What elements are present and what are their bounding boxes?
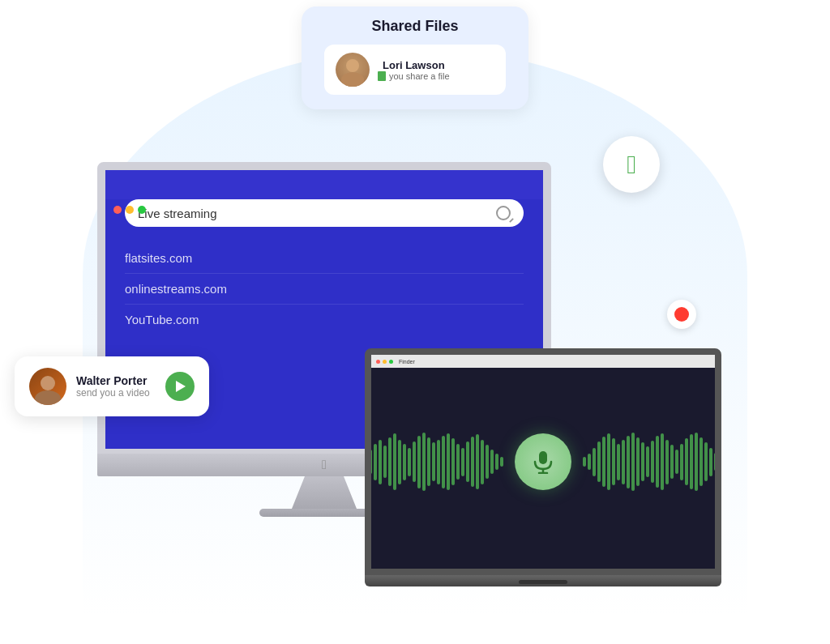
wave-bar: [476, 434, 479, 489]
wave-bar: [500, 457, 503, 467]
wave-bar: [704, 442, 708, 481]
wave-bar: [675, 450, 678, 474]
wave-bar: [622, 440, 625, 484]
search-icon: [496, 206, 511, 220]
lori-notification[interactable]: Lori Lawson you share a file: [324, 45, 506, 95]
wave-bar: [365, 454, 367, 469]
apple-logo-icon: : [627, 150, 636, 180]
wave-bar: [641, 442, 644, 481]
wave-bar: [486, 445, 489, 479]
finder-minimize[interactable]: [383, 360, 387, 364]
wave-bar: [432, 442, 435, 481]
wave-bar: [456, 444, 460, 480]
wave-bar: [627, 436, 630, 488]
lori-avatar: [336, 53, 370, 87]
wave-bar: [602, 437, 605, 487]
wave-bar: [661, 433, 664, 490]
walter-avatar: [29, 368, 66, 405]
walter-text: Walter Porter send you a video: [76, 374, 150, 399]
laptop-computer: Finder: [365, 348, 721, 586]
wave-bar: [680, 444, 683, 480]
wave-bar: [490, 450, 494, 474]
browser-search-bar[interactable]: Live streaming: [125, 199, 524, 227]
record-button[interactable]: [667, 300, 696, 329]
search-result-3[interactable]: YouTube.com: [125, 305, 524, 335]
wave-bar: [383, 446, 387, 478]
wave-bar: [670, 445, 674, 479]
wave-bar: [374, 444, 377, 480]
shared-files-card: Shared Files Lori Lawson you share a fil…: [302, 6, 528, 109]
lori-name: Lori Lawson: [378, 59, 450, 71]
wave-bar: [408, 448, 411, 476]
play-icon: [176, 381, 186, 392]
shared-files-title: Shared Files: [324, 18, 506, 35]
search-result-1[interactable]: flatsites.com: [125, 243, 524, 274]
minimize-dot[interactable]: [126, 206, 134, 214]
wave-bar: [369, 450, 372, 474]
laptop-screen: Finder: [365, 348, 721, 575]
finder-close[interactable]: [376, 360, 380, 364]
wave-bar: [597, 441, 601, 482]
waveform-container: [365, 429, 721, 494]
finder-maximize[interactable]: [389, 360, 393, 364]
wave-bar: [651, 441, 654, 483]
wave-bar: [719, 456, 721, 468]
wave-bar: [403, 444, 406, 480]
close-dot[interactable]: [113, 206, 122, 214]
wave-bar: [714, 453, 717, 471]
wave-bar: [593, 448, 596, 476]
laptop-notch: [519, 580, 567, 584]
wave-bar: [417, 436, 421, 488]
wave-bar: [427, 437, 430, 486]
wave-bar: [665, 440, 669, 484]
mic-icon: [531, 450, 555, 474]
apple-chin-icon: : [322, 458, 327, 472]
wave-bar: [379, 440, 382, 484]
wave-bar: [398, 440, 401, 484]
maximize-dot[interactable]: [138, 206, 146, 214]
lori-action: you share a file: [378, 71, 450, 81]
wave-bar: [471, 437, 474, 487]
wave-bar: [612, 438, 615, 485]
wave-bar: [646, 446, 649, 477]
svg-rect-0: [539, 451, 547, 464]
wave-bar: [685, 438, 688, 485]
walter-name: Walter Porter: [76, 374, 150, 387]
wave-bar: [461, 448, 464, 476]
wave-bar: [695, 433, 698, 491]
wave-bar: [442, 436, 445, 488]
apple-badge: : [603, 136, 660, 193]
wave-bar: [466, 441, 469, 482]
wave-bar: [709, 448, 712, 476]
search-result-2[interactable]: onlinestreams.com: [125, 274, 524, 305]
mic-button[interactable]: [515, 433, 571, 490]
laptop-base: [365, 575, 721, 586]
wave-bar: [583, 457, 586, 467]
lori-notif-text: Lori Lawson you share a file: [378, 59, 450, 81]
record-dot-icon: [674, 307, 689, 322]
wave-bar: [700, 437, 703, 486]
wave-bar: [437, 440, 440, 484]
wave-bar: [393, 433, 396, 490]
finder-bar: Finder: [371, 355, 715, 368]
traffic-lights: [105, 199, 154, 220]
imac-stand: [292, 476, 357, 509]
wave-bar: [690, 434, 693, 489]
waveform-right: [583, 429, 721, 494]
file-icon: [378, 71, 386, 81]
wave-bar: [631, 433, 635, 491]
walter-action: send you a video: [76, 387, 150, 399]
play-button[interactable]: [165, 372, 195, 401]
finder-label: Finder: [399, 359, 415, 365]
wave-bar: [413, 441, 416, 482]
wave-bar: [447, 433, 450, 490]
search-results: flatsites.com onlinestreams.com YouTube.…: [105, 240, 543, 338]
wave-bar: [495, 454, 498, 470]
wave-bar: [656, 436, 659, 488]
walter-card: Walter Porter send you a video: [15, 356, 209, 416]
waveform-left: [365, 429, 503, 494]
wave-bar: [388, 437, 391, 486]
wave-bar: [451, 438, 455, 485]
wave-bar: [481, 440, 484, 484]
wave-bar: [422, 433, 426, 491]
